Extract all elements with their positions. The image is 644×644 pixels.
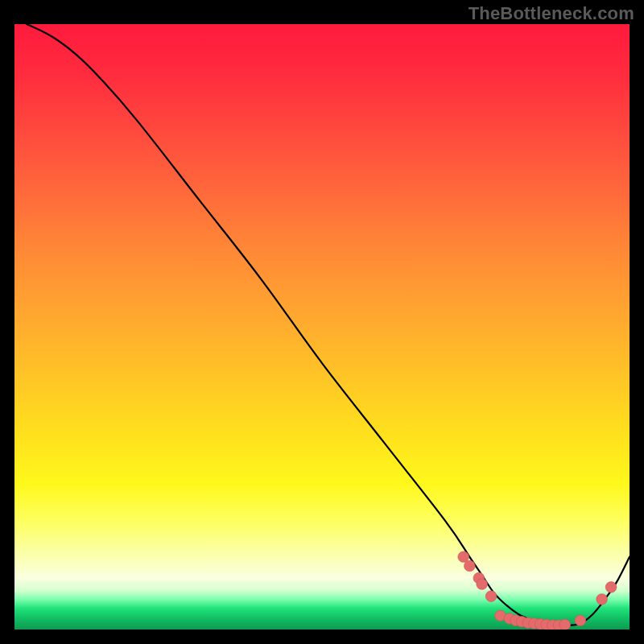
- watermark-label: TheBottleneck.com: [469, 3, 634, 24]
- data-marker: [575, 615, 586, 626]
- plot-area: [14, 24, 630, 630]
- curve-layer: [14, 24, 630, 630]
- marker-group: [458, 551, 617, 630]
- data-marker: [464, 560, 475, 572]
- curve-svg: [14, 24, 630, 630]
- bottleneck-curve: [27, 24, 630, 625]
- data-marker: [458, 551, 469, 563]
- data-marker: [597, 594, 608, 605]
- chart-frame: TheBottleneck.com: [0, 0, 644, 644]
- data-marker: [559, 619, 571, 630]
- data-marker: [477, 579, 488, 590]
- data-marker: [485, 591, 497, 602]
- data-marker: [605, 582, 617, 593]
